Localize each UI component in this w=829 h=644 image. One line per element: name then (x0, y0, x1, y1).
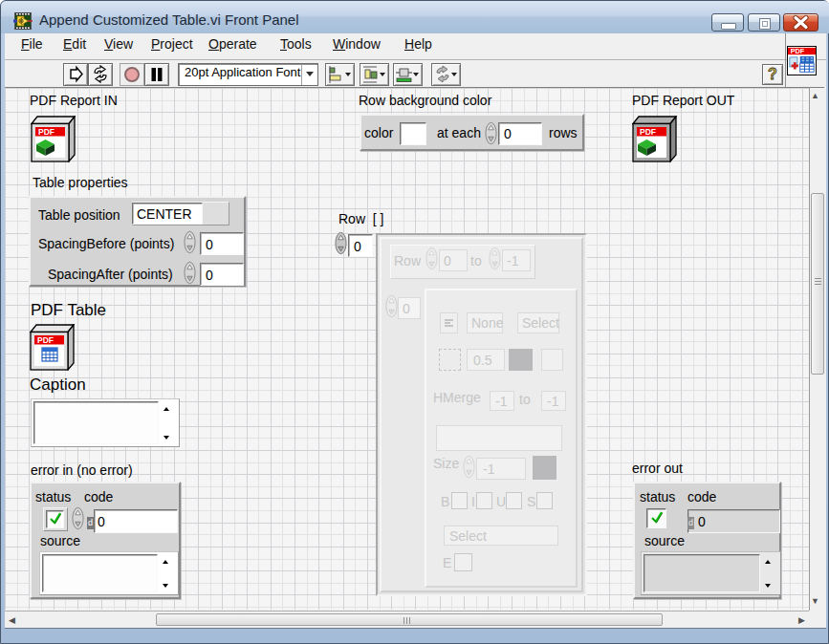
svg-text:PDF: PDF (38, 127, 55, 137)
svg-text:PDF: PDF (37, 335, 54, 345)
svg-text:PDF: PDF (640, 127, 656, 137)
svg-text:PDF: PDF (791, 47, 805, 55)
